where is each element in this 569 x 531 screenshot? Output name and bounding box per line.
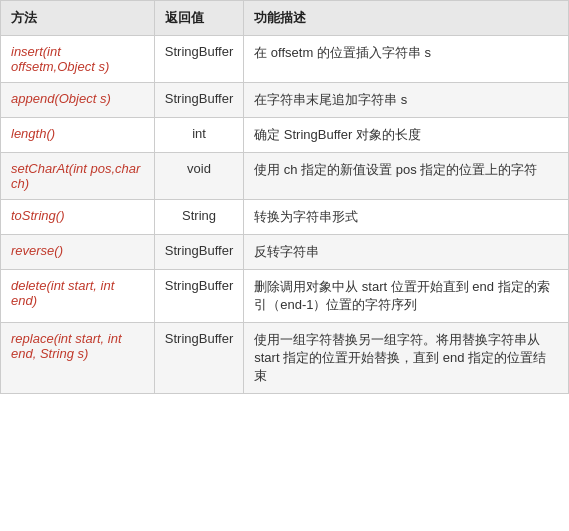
cell-return-type: void	[154, 153, 243, 200]
cell-return-type: StringBuffer	[154, 36, 243, 83]
cell-description: 在字符串末尾追加字符串 s	[244, 83, 569, 118]
table-row: reverse()StringBuffer反转字符串	[1, 235, 569, 270]
cell-method: toString()	[1, 200, 155, 235]
cell-method: length()	[1, 118, 155, 153]
cell-method: replace(int start, int end, String s)	[1, 323, 155, 394]
cell-description: 反转字符串	[244, 235, 569, 270]
table-row: setCharAt(int pos,char ch)void使用 ch 指定的新…	[1, 153, 569, 200]
cell-return-type: StringBuffer	[154, 323, 243, 394]
cell-method: append(Object s)	[1, 83, 155, 118]
table-row: insert(int offsetm,Object s)StringBuffer…	[1, 36, 569, 83]
cell-return-type: StringBuffer	[154, 235, 243, 270]
cell-description: 在 offsetm 的位置插入字符串 s	[244, 36, 569, 83]
table-row: append(Object s)StringBuffer在字符串末尾追加字符串 …	[1, 83, 569, 118]
cell-method: setCharAt(int pos,char ch)	[1, 153, 155, 200]
cell-return-type: int	[154, 118, 243, 153]
cell-method: reverse()	[1, 235, 155, 270]
header-description: 功能描述	[244, 1, 569, 36]
table-row: replace(int start, int end, String s)Str…	[1, 323, 569, 394]
cell-description: 使用一组字符替换另一组字符。将用替换字符串从 start 指定的位置开始替换，直…	[244, 323, 569, 394]
cell-description: 转换为字符串形式	[244, 200, 569, 235]
table-row: toString()String转换为字符串形式	[1, 200, 569, 235]
cell-description: 使用 ch 指定的新值设置 pos 指定的位置上的字符	[244, 153, 569, 200]
table-row: delete(int start, int end)StringBuffer删除…	[1, 270, 569, 323]
cell-description: 删除调用对象中从 start 位置开始直到 end 指定的索引（end-1）位置…	[244, 270, 569, 323]
cell-return-type: StringBuffer	[154, 83, 243, 118]
cell-method: delete(int start, int end)	[1, 270, 155, 323]
stringbuffer-methods-table: 方法 返回值 功能描述 insert(int offsetm,Object s)…	[0, 0, 569, 394]
table-row: length()int确定 StringBuffer 对象的长度	[1, 118, 569, 153]
cell-return-type: String	[154, 200, 243, 235]
cell-description: 确定 StringBuffer 对象的长度	[244, 118, 569, 153]
cell-return-type: StringBuffer	[154, 270, 243, 323]
header-return: 返回值	[154, 1, 243, 36]
header-method: 方法	[1, 1, 155, 36]
cell-method: insert(int offsetm,Object s)	[1, 36, 155, 83]
